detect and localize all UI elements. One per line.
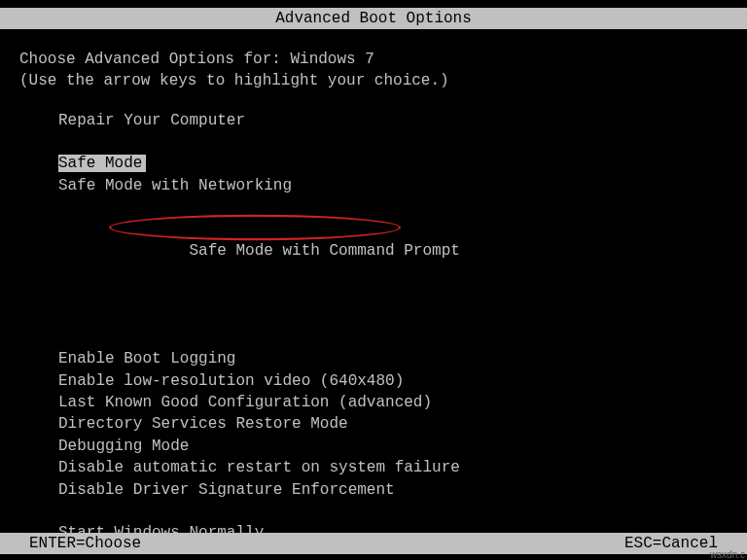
menu-item-low-res[interactable]: Enable low-resolution video (640x480) [19,370,728,392]
boot-menu[interactable]: Repair Your Computer Safe Mode Safe Mode… [19,110,728,544]
menu-spacer [19,327,728,348]
menu-item-last-known-good[interactable]: Last Known Good Configuration (advanced) [19,392,728,413]
footer-esc-hint: ESC=Cancel [624,535,718,552]
header-line-1: Choose Advanced Options for: Windows 7 [19,49,728,70]
highlight-circle-icon [109,215,401,240]
menu-item-ds-restore[interactable]: Directory Services Restore Mode [19,413,728,435]
header-line-2: (Use the arrow keys to highlight your ch… [19,70,728,91]
footer-enter-hint: ENTER=Choose [29,535,141,552]
menu-item-safe-mode-networking[interactable]: Safe Mode with Networking [19,175,728,196]
title-bar: Advanced Boot Options [0,8,747,29]
menu-item-debugging[interactable]: Debugging Mode [19,436,728,457]
watermark-text: wsxdn.c [710,549,745,560]
content-area: Choose Advanced Options for: Windows 7 (… [0,29,747,560]
menu-item-safe-mode-cmd[interactable]: Safe Mode with Command Prompt [19,196,728,327]
menu-item-disable-restart[interactable]: Disable automatic restart on system fail… [19,457,728,478]
menu-item-safe-mode[interactable]: Safe Mode [19,153,728,174]
menu-spacer [19,501,728,522]
menu-item-repair[interactable]: Repair Your Computer [19,110,728,131]
page-title: Advanced Boot Options [275,10,472,27]
footer-bar: ENTER=Choose ESC=Cancel [0,533,747,554]
circled-option: Safe Mode with Command Prompt [115,218,460,305]
menu-item-disable-sig[interactable]: Disable Driver Signature Enforcement [19,479,728,501]
menu-spacer [19,131,728,153]
menu-item-boot-logging[interactable]: Enable Boot Logging [19,348,728,369]
